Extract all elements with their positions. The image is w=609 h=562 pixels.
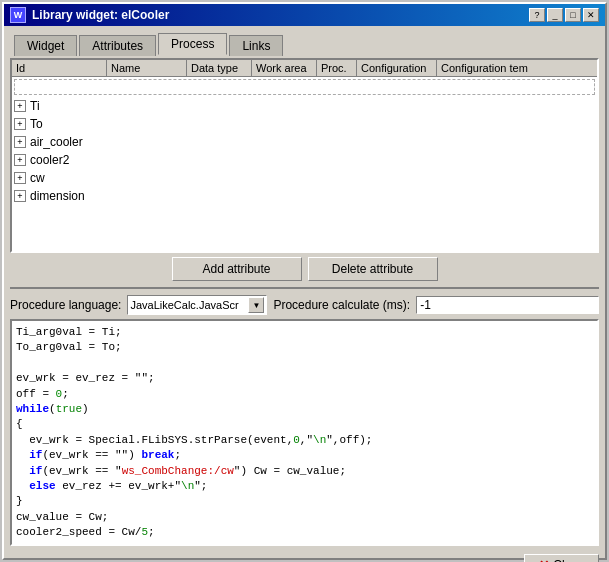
tab-widget[interactable]: Widget <box>14 35 77 56</box>
expand-icon[interactable]: + <box>14 190 26 202</box>
code-line: cw_value = Cw; <box>16 510 593 525</box>
procedure-row: Procedure language: JavaLikeCalc.JavaScr… <box>10 295 599 315</box>
code-line: if(ev_wrk == "ws_CombChange:/cw") Cw = c… <box>16 464 593 479</box>
col-workarea: Work area <box>252 60 317 76</box>
code-line: To_arg0val = To; <box>16 340 593 355</box>
code-line: Ti_arg0val = Ti; <box>16 325 593 340</box>
row-label: air_cooler <box>30 135 83 149</box>
procedure-language-label: Procedure language: <box>10 298 121 312</box>
table-row[interactable]: + To <box>12 115 597 133</box>
window-title: Library widget: elCooler <box>32 8 169 22</box>
tab-links[interactable]: Links <box>229 35 283 56</box>
close-title-button[interactable]: ✕ <box>583 8 599 22</box>
code-line: else ev_rez += ev_wrk+"\n"; <box>16 479 593 494</box>
code-editor[interactable]: Ti_arg0val = Ti; To_arg0val = To; ev_wrk… <box>10 319 599 546</box>
table-row[interactable] <box>14 79 595 95</box>
title-bar: W Library widget: elCooler ? _ □ ✕ <box>4 4 605 26</box>
maximize-button[interactable]: □ <box>565 8 581 22</box>
calculate-label: Procedure calculate (ms): <box>273 298 410 312</box>
code-line: } <box>16 494 593 509</box>
table-row[interactable]: + cw <box>12 169 597 187</box>
code-line: ev_wrk = Special.FLibSYS.strParse(event,… <box>16 433 593 448</box>
col-proc: Proc. <box>317 60 357 76</box>
col-id: Id <box>12 60 107 76</box>
tabs-row: Widget Attributes Process Links <box>10 32 599 54</box>
expand-icon[interactable]: + <box>14 154 26 166</box>
row-label: dimension <box>30 189 85 203</box>
tab-attributes[interactable]: Attributes <box>79 35 156 56</box>
calculate-value: -1 <box>420 298 431 312</box>
row-label: cw <box>30 171 45 185</box>
table-body: + Ti + To + air_cooler + cooler2 + cw <box>12 77 597 251</box>
title-buttons: ? _ □ ✕ <box>529 8 599 22</box>
code-line: while(true) <box>16 402 593 417</box>
col-datatype: Data type <box>187 60 252 76</box>
code-line: cooler2_speed = Cw/5; <box>16 525 593 540</box>
main-window: W Library widget: elCooler ? _ □ ✕ Widge… <box>2 2 607 560</box>
dropdown-arrow-icon[interactable]: ▼ <box>248 297 264 313</box>
table-row[interactable]: + air_cooler <box>12 133 597 151</box>
procedure-language-value: JavaLikeCalc.JavaScr <box>130 299 248 311</box>
minimize-button[interactable]: _ <box>547 8 563 22</box>
window-content: Widget Attributes Process Links Id Name … <box>4 26 605 562</box>
attribute-table: Id Name Data type Work area Proc. Config… <box>10 58 599 253</box>
help-button[interactable]: ? <box>529 8 545 22</box>
window-icon: W <box>10 7 26 23</box>
table-row[interactable]: + Ti <box>12 97 597 115</box>
col-name: Name <box>107 60 187 76</box>
add-attribute-button[interactable]: Add attribute <box>172 257 302 281</box>
tab-process[interactable]: Process <box>158 33 227 55</box>
procedure-language-select[interactable]: JavaLikeCalc.JavaScr ▼ <box>127 295 267 315</box>
table-row[interactable]: + cooler2 <box>12 151 597 169</box>
expand-icon[interactable]: + <box>14 118 26 130</box>
expand-icon[interactable]: + <box>14 136 26 148</box>
row-label: cooler2 <box>30 153 69 167</box>
close-button[interactable]: ✕ Close <box>524 554 599 562</box>
table-row[interactable]: + dimension <box>12 187 597 205</box>
separator <box>10 287 599 289</box>
code-line <box>16 356 593 371</box>
close-label: Close <box>553 558 584 562</box>
attribute-buttons: Add attribute Delete attribute <box>10 257 599 281</box>
expand-icon[interactable]: + <box>14 172 26 184</box>
code-line: if(ev_wrk == "") break; <box>16 448 593 463</box>
row-label: To <box>30 117 43 131</box>
code-line: off = 0; <box>16 387 593 402</box>
col-config-template: Configuration tem <box>437 60 597 76</box>
col-config: Configuration <box>357 60 437 76</box>
expand-icon[interactable]: + <box>14 100 26 112</box>
row-label: Ti <box>30 99 40 113</box>
bottom-row: ✕ Close <box>10 550 599 562</box>
table-header: Id Name Data type Work area Proc. Config… <box>12 60 597 77</box>
close-x-icon: ✕ <box>539 558 549 562</box>
calculate-input[interactable]: -1 <box>416 296 599 314</box>
code-line: ev_wrk = ev_rez = ""; <box>16 371 593 386</box>
delete-attribute-button[interactable]: Delete attribute <box>308 257 438 281</box>
code-line: { <box>16 417 593 432</box>
